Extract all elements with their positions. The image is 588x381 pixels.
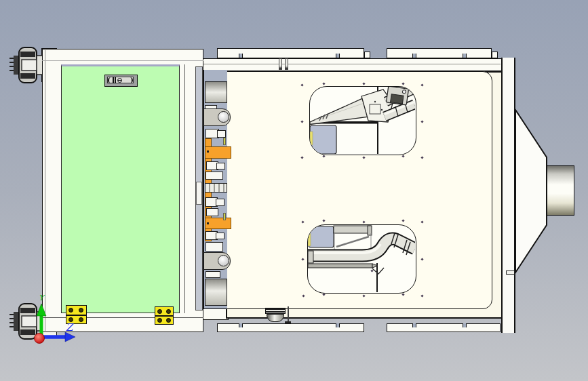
hinge-screw: [166, 309, 171, 314]
rail-notch: [239, 323, 243, 327]
upper-cutout[interactable]: [309, 86, 416, 155]
strip-clamp-tab: [216, 163, 225, 169]
door-hinge-right[interactable]: [155, 306, 174, 325]
strip-cylinder-bottom[interactable]: [205, 279, 227, 306]
strip-cylinder-top[interactable]: [205, 81, 227, 103]
handle-bar: [115, 77, 116, 83]
hinge-screw: [157, 318, 162, 323]
upper-nozzle-mechanism[interactable]: [310, 87, 415, 154]
bottom-rail-right[interactable]: [387, 323, 501, 332]
hinge-screw: [166, 318, 171, 323]
bottom-pin-foot: [285, 321, 291, 323]
latch-mark: [372, 268, 384, 274]
rail-notch: [412, 323, 416, 327]
sensor-sliver: [308, 233, 311, 246]
bolt-dot: [207, 151, 209, 153]
door-glass-panel[interactable]: [61, 64, 180, 313]
hinge-screw: [157, 309, 162, 314]
machine-bottom-band[interactable]: [201, 308, 229, 320]
sensor-sliver: [310, 132, 313, 145]
lower-tube-mechanism[interactable]: [308, 225, 415, 292]
lower-cutout[interactable]: [307, 224, 416, 294]
rail-notch: [463, 54, 467, 58]
locator-pin: [285, 58, 288, 70]
rail-notch: [239, 54, 243, 58]
door-inner-line: [184, 64, 185, 313]
funnel-pin: [506, 270, 515, 275]
cad-viewport[interactable]: Y Z: [0, 0, 588, 381]
top-rail-right-step: [492, 52, 498, 58]
sensor-sliver: [223, 138, 226, 145]
block-bolt: [381, 109, 383, 111]
strip-clamp: [205, 271, 220, 278]
strip-clamp: [205, 242, 223, 252]
under-bar: [308, 264, 372, 268]
valve-box[interactable]: [386, 87, 408, 105]
handle-bracket-left: [108, 77, 111, 83]
sensor-sliver: [223, 213, 226, 220]
axis-y-arrowhead: [37, 304, 46, 316]
block-bolt: [374, 101, 376, 102]
strip-clamp: [205, 172, 223, 180]
bolt-dot: [207, 222, 209, 224]
axis-z-label: Z: [66, 321, 75, 334]
strip-bracket-roller: [218, 255, 229, 266]
door-frame-top-line: [42, 60, 203, 61]
rail-notch: [336, 54, 340, 58]
corner-plate[interactable]: [309, 226, 334, 247]
handle-screw: [117, 78, 122, 83]
axis-z-arrowhead: [65, 332, 75, 342]
exhaust-duct-cylinder[interactable]: [547, 165, 574, 216]
funnel-body[interactable]: [515, 110, 547, 273]
door-handle[interactable]: [104, 75, 138, 87]
tube-end-flange: [308, 251, 313, 263]
clamp-orange-bar-upper[interactable]: [205, 146, 231, 159]
top-rail-left-step: [364, 52, 370, 58]
strip-bracket-roller: [218, 111, 229, 123]
hinge-split-line: [155, 315, 173, 317]
axis-triad[interactable]: Y Z: [23, 290, 80, 348]
machine-top-band[interactable]: [201, 58, 502, 71]
locator-pin: [279, 58, 282, 70]
bottom-clamp[interactable]: [265, 308, 286, 314]
bottom-clamp-cylinder: [267, 314, 284, 322]
inner-rod: [336, 237, 369, 247]
top-rail-right[interactable]: [387, 48, 492, 58]
rail-notch: [412, 54, 416, 58]
axis-origin-sphere[interactable]: [35, 334, 45, 344]
corner-plate[interactable]: [310, 125, 336, 154]
rail-notch: [463, 323, 467, 327]
machine-top-band-line: [203, 64, 501, 64]
strip-clamp-tab: [217, 130, 226, 138]
strip-clamp-tab: [216, 199, 224, 206]
cap-strip: [334, 226, 371, 233]
axis-y-label: Y: [39, 294, 45, 302]
handle-bar: [113, 77, 114, 83]
strip-pin-cluster: [205, 183, 227, 193]
strip-clamp: [206, 208, 218, 216]
door-side-strip-inset: [196, 182, 202, 205]
rail-notch: [336, 323, 340, 327]
strip-clamp-tab: [216, 233, 224, 239]
